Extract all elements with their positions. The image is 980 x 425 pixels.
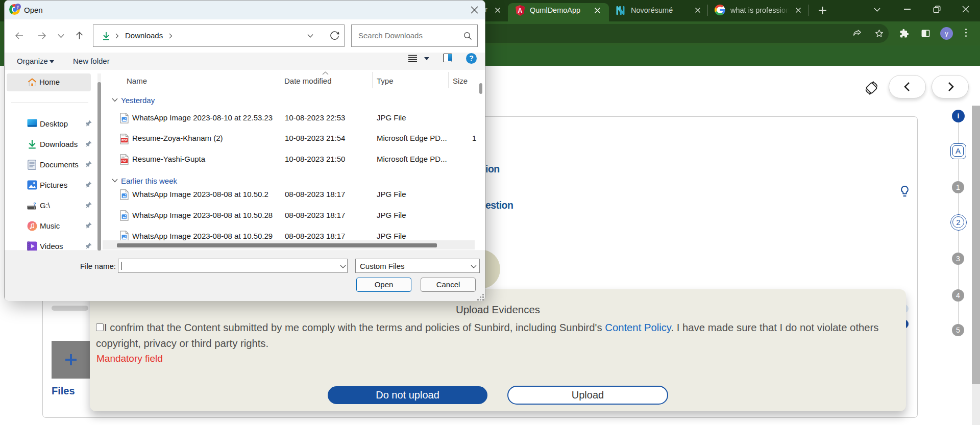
svg-text:PDF: PDF bbox=[121, 159, 128, 162]
svg-text:A: A bbox=[518, 7, 523, 14]
svg-text:PDF: PDF bbox=[121, 139, 128, 142]
